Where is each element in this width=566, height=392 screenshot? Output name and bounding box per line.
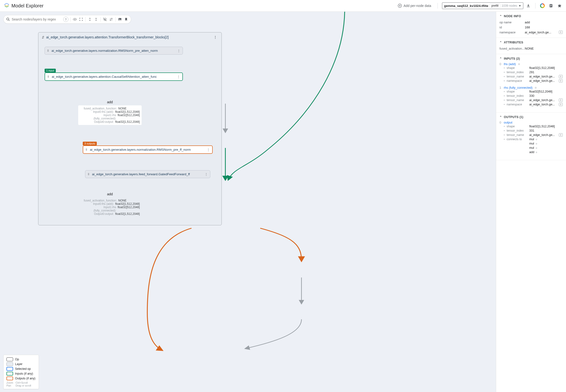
legend-swatch-outputs [6, 377, 13, 380]
svg-rect-3 [550, 5, 552, 6]
node-causal-self-attention[interactable]: ai_edge_torch.generative.layers.attentio… [45, 72, 183, 81]
svg-point-5 [558, 5, 561, 7]
container-title: ai_edge_torch.generative.layers.attentio… [46, 35, 211, 39]
palette-button[interactable] [540, 3, 545, 8]
badge-input-count: 1 input [45, 69, 56, 72]
sort-button[interactable] [109, 17, 113, 22]
svg-point-17 [536, 143, 537, 144]
node-detail: fused_activation_function:NONE Input0:lh… [78, 105, 142, 125]
expand-value-button[interactable]: ⇳ [559, 98, 563, 102]
app-logo-icon [4, 3, 10, 9]
notes-button[interactable] [548, 3, 554, 8]
unfold-less-icon[interactable] [42, 35, 44, 39]
locate-icon[interactable] [535, 142, 538, 145]
fit-screen-button[interactable] [79, 17, 83, 22]
chevron-up-icon: ⌃ [499, 41, 502, 44]
input-link-lhs[interactable]: lhs (add) [504, 62, 516, 66]
node-menu-button[interactable]: ⋮ [177, 49, 181, 53]
locate-icon[interactable] [535, 138, 538, 141]
unfold-more-icon[interactable] [47, 75, 50, 78]
divider [535, 3, 536, 9]
node-add-output[interactable]: add fused_activation_function:NONE Input… [75, 190, 144, 219]
expand-value-button[interactable]: ⇳ [559, 133, 563, 137]
expand-value-button[interactable]: ⇳ [559, 103, 563, 106]
unfold-more-icon[interactable] [85, 148, 88, 151]
svg-point-9 [119, 19, 120, 19]
expand-all-button[interactable] [87, 17, 92, 22]
locate-icon[interactable] [517, 62, 521, 66]
search-toolbar: ? [3, 15, 131, 24]
output-item: 0 output shapefloat32[1,512,2048] tensor… [499, 121, 563, 154]
input-item: 1 rhs (fully_connected) shapefloat32[512… [499, 86, 563, 107]
connects-to-link[interactable]: mul [529, 142, 534, 145]
node-rmsnorm-pre-ff[interactable]: ai_edge_torch.generative.layers.normaliz… [83, 145, 213, 154]
unfold-more-icon[interactable] [47, 49, 49, 53]
download-button[interactable] [526, 3, 531, 8]
locate-icon[interactable] [535, 151, 538, 154]
node-menu-button[interactable]: ⋮ [207, 148, 210, 152]
section-header-node-info[interactable]: ⌃NODE INFO [499, 14, 563, 18]
notes-icon [549, 3, 553, 8]
layer-container-transformer-block[interactable]: ai_edge_torch.generative.layers.attentio… [38, 32, 222, 225]
node-menu-button[interactable]: ⋮ [205, 172, 208, 176]
connects-to-link[interactable]: add [529, 151, 534, 154]
badge-output-count: 3 outputs [83, 142, 97, 145]
image-button[interactable] [118, 17, 122, 22]
model-selector[interactable]: gemma_seq512_kv1024.tflite prefill 1039 … [442, 2, 523, 9]
node-add-selected[interactable]: add fused_activation_function:NONE Input… [75, 98, 144, 127]
attr-value: NONE [525, 47, 563, 50]
eye-icon [73, 17, 77, 21]
search-icon [6, 17, 10, 21]
node-menu-button[interactable]: ⋮ [213, 35, 218, 39]
connects-to-link[interactable]: mul [529, 146, 534, 150]
chevron-up-icon: ⌃ [499, 57, 502, 60]
layers-off-icon [103, 17, 107, 21]
node-gated-feed-forward[interactable]: ai_edge_torch.generative.layers.feed_for… [85, 170, 210, 178]
bookmark-button[interactable] [124, 17, 128, 22]
connects-to-link[interactable]: mul [529, 138, 534, 141]
bookmark-icon [124, 17, 128, 21]
section-header-inputs[interactable]: ⌃INPUTS (2) [499, 57, 563, 60]
search-input[interactable] [12, 17, 62, 21]
legend-swatch-selected [6, 367, 13, 371]
locate-icon[interactable] [535, 147, 538, 150]
add-per-node-data-button[interactable]: Add per-node data [396, 2, 433, 9]
legend-swatch-layer [6, 362, 13, 366]
section-outputs: ⌃OUTPUTS (1) 0 output shapefloat32[1,512… [496, 112, 566, 160]
svg-point-15 [536, 139, 537, 140]
section-header-outputs[interactable]: ⌃OUTPUTS (1) [499, 115, 563, 119]
svg-point-11 [519, 64, 519, 64]
node-rmsnorm-pre-atten[interactable]: ai_edge_torch.generative.layers.normaliz… [45, 47, 183, 55]
divider [438, 3, 438, 9]
svg-point-7 [74, 19, 75, 20]
output-link[interactable]: output [504, 121, 512, 124]
section-attributes: ⌃ATTRIBUTES fused_activation...NONE [496, 38, 566, 54]
bug-report-button[interactable] [557, 3, 562, 8]
app-title: Model Explorer [12, 3, 44, 9]
topbar: Model Explorer Add per-node data gemma_s… [0, 0, 566, 12]
section-header-attributes[interactable]: ⌃ATTRIBUTES [499, 41, 563, 44]
legend: Op Layer Selected op Inputs (if any) Out… [3, 355, 39, 389]
svg-point-19 [536, 148, 537, 148]
expand-value-button[interactable]: ⇳ [559, 79, 563, 83]
input-link-rhs[interactable]: rhs (fully_connected) [504, 86, 533, 89]
svg-point-21 [537, 152, 537, 153]
svg-point-13 [536, 87, 536, 88]
unfold-more-icon[interactable] [87, 172, 90, 176]
help-button[interactable]: ? [63, 17, 69, 22]
expand-value-button[interactable]: ⇳ [559, 30, 563, 34]
legend-swatch-inputs [6, 372, 13, 376]
chevron-down-icon: ▼ [519, 4, 521, 7]
chevron-up-icon: ⌃ [499, 115, 502, 119]
node-menu-button[interactable]: ⋮ [177, 75, 180, 79]
visibility-button[interactable] [72, 17, 77, 22]
locate-icon[interactable] [534, 86, 537, 89]
layers-off-button[interactable] [103, 17, 107, 22]
svg-point-6 [7, 18, 9, 20]
collapse-all-button[interactable] [94, 17, 98, 22]
expand-value-button[interactable]: ⇳ [559, 75, 563, 78]
node-detail: fused_activation_function:NONE Input0:lh… [78, 197, 142, 217]
op-name-value: add [525, 20, 563, 24]
namespace-value: ai_edge_torch.ge... [525, 30, 558, 34]
graph-canvas[interactable]: float32[1,512,2048] ai_edge_torch.genera… [0, 12, 496, 392]
